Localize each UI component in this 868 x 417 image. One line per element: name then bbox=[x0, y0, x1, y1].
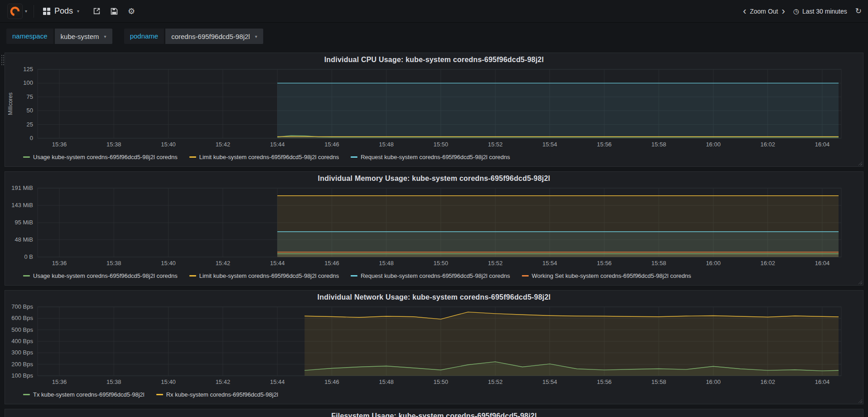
variable-dropdown-namespace[interactable]: kube-system ▾ bbox=[55, 29, 112, 44]
legend-item[interactable]: Request kube-system coredns-695f96dcd5-9… bbox=[351, 154, 510, 160]
svg-text:15:38: 15:38 bbox=[106, 378, 121, 385]
svg-text:15:50: 15:50 bbox=[434, 378, 448, 385]
series-color-dash bbox=[351, 275, 357, 276]
time-shift-back-button[interactable]: ‹ bbox=[741, 7, 748, 16]
variable-row: namespace kube-system ▾ podname coredns-… bbox=[0, 23, 868, 50]
time-range-label: Last 30 minutes bbox=[802, 8, 847, 15]
svg-text:125: 125 bbox=[23, 67, 33, 73]
svg-text:0 B: 0 B bbox=[24, 253, 33, 260]
dashboard-picker[interactable]: Pods ▾ bbox=[39, 4, 83, 19]
svg-text:15:58: 15:58 bbox=[651, 378, 666, 385]
svg-text:25: 25 bbox=[26, 121, 33, 128]
variable-label-namespace: namespace bbox=[6, 29, 53, 44]
svg-text:48 MiB: 48 MiB bbox=[15, 236, 33, 243]
zoom-out-button[interactable]: Zoom Out bbox=[748, 8, 780, 15]
svg-text:16:00: 16:00 bbox=[706, 260, 720, 267]
chevron-down-icon: ▾ bbox=[104, 34, 106, 39]
chevron-down-icon: ▾ bbox=[255, 34, 257, 39]
svg-text:200 Bps: 200 Bps bbox=[11, 361, 33, 368]
svg-text:15:42: 15:42 bbox=[216, 260, 230, 267]
chart-legend: Tx kube-system coredns-695f96dcd5-98j2lR… bbox=[23, 391, 863, 398]
legend-item[interactable]: Request kube-system coredns-695f96dcd5-9… bbox=[351, 272, 510, 279]
row-drag-handle-icon[interactable] bbox=[1, 54, 5, 65]
panel-resize-handle[interactable] bbox=[858, 161, 862, 165]
series-color-dash bbox=[522, 275, 529, 276]
panel-resize-handle[interactable] bbox=[858, 280, 862, 284]
grafana-flame-icon bbox=[7, 4, 23, 19]
svg-text:15:58: 15:58 bbox=[651, 260, 666, 267]
variable-dropdown-podname[interactable]: coredns-695f96dcd5-98j2l ▾ bbox=[165, 29, 263, 44]
panel-title[interactable]: Individual CPU Usage: kube-system coredn… bbox=[5, 53, 863, 67]
svg-text:143 MiB: 143 MiB bbox=[11, 202, 33, 208]
series-label: Usage kube-system coredns-695f96dcd5-98j… bbox=[33, 154, 178, 160]
panel-title[interactable]: Filesystem Usage: kube-system coredns-69… bbox=[5, 409, 863, 417]
series-label: Request kube-system coredns-695f96dcd5-9… bbox=[361, 154, 510, 160]
series-label: Request kube-system coredns-695f96dcd5-9… bbox=[361, 272, 510, 279]
chevron-down-icon: ▾ bbox=[25, 9, 27, 14]
legend-item[interactable]: Working Set kube-system coredns-695f96dc… bbox=[522, 272, 691, 279]
svg-text:15:46: 15:46 bbox=[324, 378, 339, 385]
series-color-dash bbox=[189, 275, 196, 276]
legend-item[interactable]: Usage kube-system coredns-695f96dcd5-98j… bbox=[23, 154, 178, 160]
series-color-dash bbox=[351, 156, 357, 158]
svg-text:15:42: 15:42 bbox=[216, 378, 230, 385]
series-label: Working Set kube-system coredns-695f96dc… bbox=[532, 272, 691, 279]
legend-item[interactable]: Rx kube-system coredns-695f96dcd5-98j2l bbox=[156, 391, 278, 398]
svg-text:16:02: 16:02 bbox=[760, 260, 775, 267]
series-label: Rx kube-system coredns-695f96dcd5-98j2l bbox=[166, 391, 278, 398]
legend-item[interactable]: Tx kube-system coredns-695f96dcd5-98j2l bbox=[23, 391, 145, 398]
svg-text:16:04: 16:04 bbox=[815, 260, 829, 267]
svg-text:15:50: 15:50 bbox=[434, 141, 448, 148]
chart-network[interactable]: 100 Bps200 Bps300 Bps400 Bps500 Bps600 B… bbox=[5, 304, 863, 388]
svg-text:75: 75 bbox=[26, 93, 33, 100]
svg-text:15:48: 15:48 bbox=[379, 141, 393, 148]
panel-network: Individual Network Usage: kube-system co… bbox=[5, 290, 863, 404]
legend-item[interactable]: Usage kube-system coredns-695f96dcd5-98j… bbox=[23, 272, 178, 279]
legend-item[interactable]: Limit kube-system coredns-695f96dcd5-98j… bbox=[189, 272, 339, 279]
svg-text:15:52: 15:52 bbox=[488, 378, 502, 385]
chart-legend: Usage kube-system coredns-695f96dcd5-98j… bbox=[23, 154, 863, 160]
svg-text:15:54: 15:54 bbox=[542, 141, 557, 148]
svg-text:700 Bps: 700 Bps bbox=[11, 304, 33, 310]
share-button[interactable] bbox=[93, 7, 101, 15]
variable-value-text: kube-system bbox=[61, 33, 99, 40]
panel-resize-handle[interactable] bbox=[858, 398, 862, 403]
svg-text:15:56: 15:56 bbox=[597, 378, 612, 385]
settings-button[interactable]: ⚙ bbox=[128, 8, 135, 15]
svg-text:16:00: 16:00 bbox=[706, 378, 720, 385]
panel-title[interactable]: Individual Network Usage: kube-system co… bbox=[5, 291, 863, 304]
svg-text:100 Bps: 100 Bps bbox=[11, 372, 33, 379]
svg-text:15:36: 15:36 bbox=[52, 378, 67, 385]
panel-title[interactable]: Individual Memory Usage: kube-system cor… bbox=[5, 172, 863, 185]
svg-text:16:02: 16:02 bbox=[760, 378, 775, 385]
svg-text:300 Bps: 300 Bps bbox=[11, 349, 33, 356]
chevron-down-icon: ▾ bbox=[77, 9, 79, 14]
chart-memory[interactable]: 0 B48 MiB95 MiB143 MiB191 MiB15:3615:381… bbox=[5, 185, 863, 269]
svg-text:15:44: 15:44 bbox=[270, 141, 285, 148]
series-label: Limit kube-system coredns-695f96dcd5-98j… bbox=[199, 154, 339, 160]
svg-text:16:04: 16:04 bbox=[815, 141, 829, 148]
series-color-dash bbox=[189, 156, 196, 158]
svg-text:15:48: 15:48 bbox=[379, 260, 393, 267]
chart-legend: Usage kube-system coredns-695f96dcd5-98j… bbox=[23, 272, 863, 279]
panel-filesystem: Filesystem Usage: kube-system coredns-69… bbox=[5, 409, 863, 417]
svg-text:16:04: 16:04 bbox=[815, 378, 829, 385]
time-range-picker[interactable]: ◷ Last 30 minutes bbox=[793, 7, 847, 15]
series-color-dash bbox=[23, 275, 30, 276]
grafana-logo-button[interactable]: ▾ bbox=[6, 3, 28, 20]
series-label: Usage kube-system coredns-695f96dcd5-98j… bbox=[33, 272, 178, 279]
svg-text:15:36: 15:36 bbox=[52, 260, 67, 267]
share-icon bbox=[93, 7, 101, 15]
variable-label-podname: podname bbox=[124, 29, 164, 44]
svg-text:15:52: 15:52 bbox=[488, 260, 502, 267]
refresh-button[interactable]: ↻ bbox=[855, 6, 862, 16]
svg-text:15:44: 15:44 bbox=[270, 260, 285, 267]
chart-cpu[interactable]: 025507510012515:3615:3815:4015:4215:4415… bbox=[5, 67, 863, 150]
legend-item[interactable]: Limit kube-system coredns-695f96dcd5-98j… bbox=[189, 154, 339, 160]
variable-namespace: namespace kube-system ▾ bbox=[6, 29, 112, 44]
series-color-dash bbox=[23, 156, 30, 158]
time-shift-forward-button[interactable]: › bbox=[780, 7, 786, 16]
svg-text:100: 100 bbox=[23, 79, 33, 86]
svg-text:15:36: 15:36 bbox=[52, 141, 67, 148]
save-button[interactable] bbox=[111, 8, 118, 15]
